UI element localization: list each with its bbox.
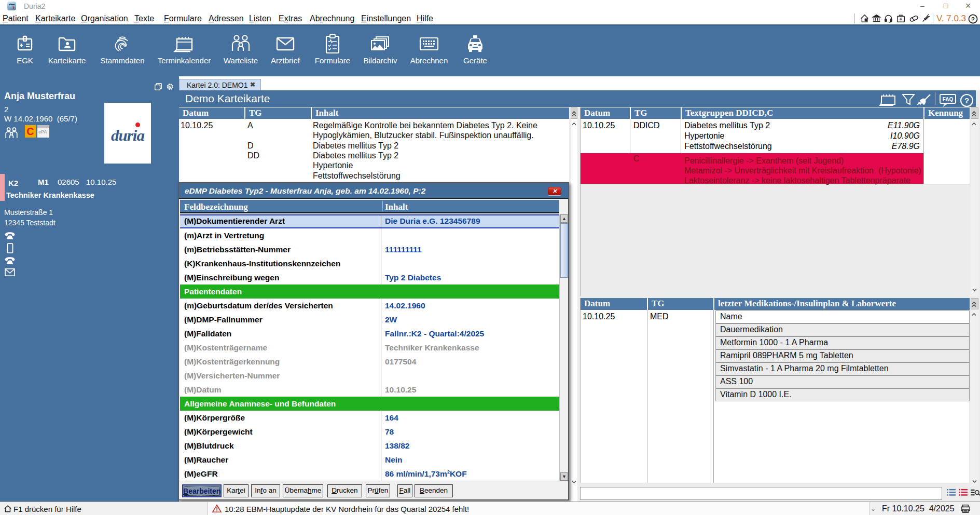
svg-text:?: ? [971, 16, 975, 22]
svg-text:FAQ: FAQ [943, 97, 954, 102]
svg-text:?: ? [964, 96, 969, 105]
